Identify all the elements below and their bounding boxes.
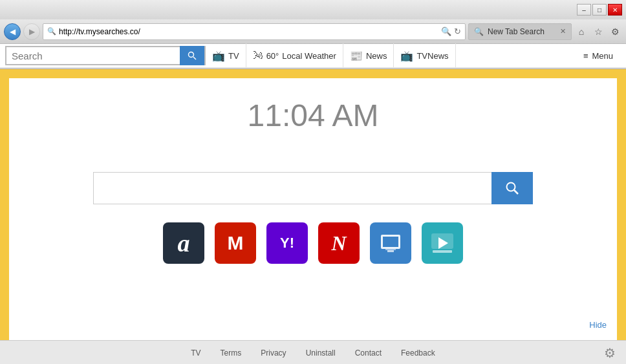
white-area: 11:04 AM a M Y! [9,78,617,340]
svg-rect-6 [387,250,394,252]
svg-point-0 [189,52,194,58]
nav-icons: 🔍 ↻ [441,27,461,36]
address-input[interactable] [59,27,441,36]
toolbar-weather-temp: 60° [266,51,279,61]
toolbar-search-button[interactable] [180,46,204,65]
shortcut-media[interactable] [422,222,463,264]
new-tab-search-label: New Tab Search [488,27,545,36]
back-button[interactable]: ◀ [4,23,21,40]
main-search-input[interactable] [93,172,491,204]
footer-privacy-link[interactable]: Privacy [261,348,286,358]
media-shortcut-icon [430,231,455,255]
toolbar-tv-label: TV [228,51,239,61]
footer: TV Terms Privacy Uninstall Contact Feedb… [0,340,626,364]
menu-button[interactable]: ≡ Menu [576,43,621,68]
amazon-label: a [178,231,190,255]
tab-search-icon: 🔍 [474,27,484,36]
footer-tv-link[interactable]: TV [191,348,200,358]
minimize-button[interactable]: – [577,4,591,16]
main-content: 11:04 AM a M Y! [0,69,626,340]
address-search-icon: 🔍 [47,27,56,36]
main-search-button[interactable] [491,172,533,204]
nav-bar: ◀ ▶ 🔍 🔍 ↻ 🔍 New Tab Search ✕ ⌂ ☆ ⚙ [0,19,626,44]
svg-rect-5 [383,237,398,247]
yahoo-label: Y! [280,235,294,252]
close-tab-button[interactable]: ✕ [560,27,566,36]
footer-gear-icon[interactable]: ⚙ [604,345,616,361]
browser-icons: ⌂ ☆ ⚙ [574,25,622,39]
tv-icon: 📺 [212,50,225,62]
svg-line-1 [193,57,196,59]
address-bar[interactable]: 🔍 🔍 ↻ [43,23,466,40]
refresh-icon[interactable]: ↻ [454,27,461,36]
toolbar: 📺 TV 🌬 60° Local Weather 📰 News 📺 TVNews… [0,44,626,69]
menu-icon: ≡ [583,51,588,61]
toolbar-weather-link[interactable]: 🌬 60° Local Weather [246,43,343,68]
settings-icon[interactable]: ⚙ [608,25,622,39]
shortcut-amazon[interactable]: a [163,222,204,264]
toolbar-search-icon [188,51,197,60]
clock-display: 11:04 AM [248,98,379,133]
toolbar-news-link[interactable]: 📰 News [343,43,394,68]
hide-link[interactable]: Hide [589,320,607,330]
svg-rect-7 [385,249,396,250]
svg-point-2 [507,183,515,191]
home-icon[interactable]: ⌂ [574,25,588,39]
shortcut-yahoo[interactable]: Y! [266,222,308,264]
footer-uninstall-link[interactable]: Uninstall [306,348,336,358]
toolbar-search-container [5,46,206,65]
main-search-icon [505,181,519,195]
toolbar-news-label: News [366,51,387,61]
new-tab-search-tab[interactable]: 🔍 New Tab Search ✕ [468,23,572,40]
close-button[interactable]: ✕ [608,4,622,16]
favorites-icon[interactable]: ☆ [591,25,605,39]
search-icon-addr: 🔍 [441,27,451,36]
toolbar-weather-label: Local Weather [282,51,336,61]
news-icon: 📰 [350,50,363,62]
gmail-label: M [228,232,244,254]
window-controls: – □ ✕ [577,4,622,16]
toolbar-tv-link[interactable]: 📺 TV [206,43,246,68]
svg-rect-10 [433,250,452,253]
shortcut-gmail[interactable]: M [215,222,256,264]
menu-label: Menu [592,51,613,61]
forward-button[interactable]: ▶ [23,23,40,40]
shortcut-tv[interactable] [370,222,411,264]
shortcut-netflix[interactable]: N [318,222,360,264]
footer-feedback-link[interactable]: Feedback [401,348,435,358]
shortcut-icons: a M Y! N [163,222,463,264]
weather-icon: 🌬 [253,50,263,61]
tvnews-icon: 📺 [400,50,413,62]
toolbar-tvnews-label: TVNews [416,51,448,61]
toolbar-tvnews-link[interactable]: 📺 TVNews [394,43,455,68]
toolbar-search-input[interactable] [6,50,180,61]
tv-shortcut-icon [378,231,403,255]
main-search-container [93,172,533,204]
svg-line-3 [514,190,518,194]
maximize-button[interactable]: □ [592,4,607,16]
footer-contact-link[interactable]: Contact [355,348,382,358]
title-bar: – □ ✕ [0,0,626,19]
netflix-label: N [331,231,346,255]
footer-terms-link[interactable]: Terms [221,348,242,358]
